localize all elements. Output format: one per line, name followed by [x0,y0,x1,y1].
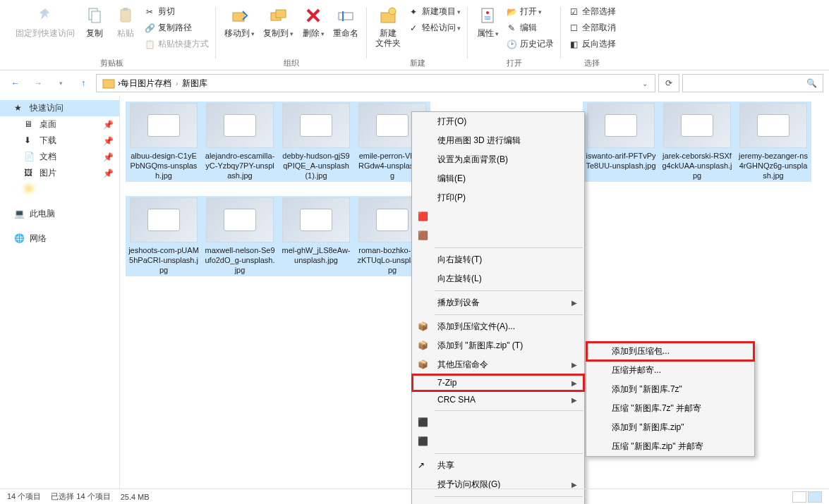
sidebar-item-pictures[interactable]: 🖼图片📌 [0,165,119,181]
sidebar-item-quick-access[interactable]: ★快速访问 [0,100,119,116]
ctx-7zip-compress-email[interactable]: 压缩并邮寄... [586,361,754,380]
select-none-button[interactable]: ☐全部取消 [565,20,619,35]
ctx-set-wallpaper[interactable]: 设置为桌面背景(B) [412,150,584,169]
history-label: 历史记录 [520,38,554,50]
file-name-label: jeremy-bezanger-ns4rGHNQz6g-unsplash.jpg [737,151,810,180]
open-button[interactable]: 📂打开▾ [503,4,557,19]
delete-icon [302,4,325,27]
copy-button[interactable]: 复制 [79,3,110,39]
ctx-blurred-1[interactable]: 🟥 [412,207,584,226]
sidebar-item-downloads[interactable]: ⬇下载📌 [0,133,119,149]
ctx-rotate-right[interactable]: 向右旋转(T) [412,250,584,269]
sidebar-item-blurred[interactable]: 📁 [0,181,119,197]
select-none-label: 全部取消 [582,22,616,34]
ctx-cast[interactable]: 播放到设备▶ [412,293,584,312]
ctx-crc-sha[interactable]: CRC SHA▶ [412,391,584,408]
rename-button[interactable]: 重命名 [329,3,363,39]
breadcrumb-seg1[interactable]: 每日图片存档 [121,78,171,90]
sidebar-item-this-pc[interactable]: 💻此电脑 [0,206,119,222]
delete-button[interactable]: 删除▾ [298,3,329,40]
svg-rect-4 [233,13,244,21]
move-to-button[interactable]: 移动到▾ [220,3,259,40]
ctx-share[interactable]: ↗共享 [412,456,584,475]
scissors-icon: ✂ [144,6,155,18]
view-details-button[interactable] [792,491,806,503]
nav-recent-dropdown[interactable]: ▾ [51,73,71,93]
context-menu: 打开(O) 使用画图 3D 进行编辑 设置为桌面背景(B) 编辑(E) 打印(P… [411,111,585,504]
ribbon: 固定到快速访问 复制 粘贴 ✂剪切 🔗复制路径 📋粘贴快捷方式 剪贴板 移动到▾ [0,0,829,70]
ctx-rotate-left[interactable]: 向左旋转(L) [412,269,584,288]
ctx-7zip-add-archive[interactable]: 添加到压缩包... [586,342,754,361]
ctx-blurred-4[interactable]: ⬛ [412,432,584,451]
ctx-blurred-2[interactable]: 🟫 [412,226,584,245]
file-item[interactable]: maxwell-nelson-Se9ufo2dO_g-unsplash.jpg [202,196,278,276]
sidebar-item-desktop[interactable]: 🖥桌面📌 [0,116,119,133]
file-item[interactable]: alejandro-escamilla-yC-Yzbqy7PY-unsplash… [202,102,278,182]
ctx-open[interactable]: 打开(O) [412,112,584,131]
easy-access-button[interactable]: ✓轻松访问▾ [405,20,464,35]
ctx-7zip-add-zip[interactable]: 添加到 "新图库.zip" [586,418,754,437]
file-item[interactable]: mel-ghW_jLS8eAw-unsplash.jpg [278,196,354,276]
history-button[interactable]: 🕑历史记录 [503,37,557,51]
open-label: 打开 [520,6,537,18]
sidebar-item-network[interactable]: 🌐网络 [0,231,119,247]
ctx-other-compress[interactable]: 📦其他压缩命令▶ [412,355,584,374]
sidebar-documents-label: 文档 [40,152,56,161]
svg-point-12 [486,11,489,14]
file-item[interactable]: debby-hudson-gjS9qPIQE_A-unsplash(1).jpg [278,102,354,182]
copy-to-label: 复制到 [263,28,289,38]
ctx-edit[interactable]: 编辑(E) [412,169,584,188]
move-to-label: 移动到 [224,28,250,38]
navbar: ← → ▾ ↑ › 每日图片存档 › 新图库 ⌄ ⟳ 🔍 [0,70,829,96]
address-bar[interactable]: › 每日图片存档 › 新图库 ⌄ [96,74,655,92]
nav-back-button[interactable]: ← [6,73,25,93]
paste-label: 粘贴 [117,28,134,38]
ctx-7zip-compress-zip-email[interactable]: 压缩 "新图库.zip" 并邮寄 [586,437,754,456]
chevron-right-icon[interactable]: › [176,80,178,87]
pin-quick-access-button[interactable]: 固定到快速访问 [11,3,79,39]
file-thumbnail [282,197,350,242]
document-icon: 📄 [24,152,35,163]
file-item[interactable]: iswanto-arif-PFTvPyTe8UU-unsplash.jpg [583,102,659,182]
ctx-print[interactable]: 打印(P) [412,188,584,207]
svg-rect-1 [92,11,100,23]
statusbar: 14 个项目 已选择 14 个项目 25.4 MB [0,488,829,504]
file-item[interactable]: jarek-ceborski-RSXfg4ckUAA-unsplash.jpg [659,102,735,182]
folder-icon: 📁 [24,184,35,195]
new-item-button[interactable]: ✦新建项目▾ [405,4,464,19]
nav-forward-button[interactable]: → [28,73,48,93]
edit-button[interactable]: ✎编辑 [503,20,557,35]
file-name-label: iswanto-arif-PFTvPyTe8UU-unsplash.jpg [584,151,658,171]
properties-button[interactable]: 属性▾ [472,3,503,40]
refresh-button[interactable]: ⟳ [658,74,679,92]
sidebar-item-documents[interactable]: 📄文档📌 [0,149,119,165]
copy-to-button[interactable]: 复制到▾ [259,3,298,40]
breadcrumb-seg2[interactable]: 新图库 [182,78,207,90]
ctx-7zip-add-7z[interactable]: 添加到 "新图库.7z" [586,380,754,399]
file-thumbnail [206,103,274,148]
search-input[interactable]: 🔍 [682,74,823,92]
file-item[interactable]: jeremy-bezanger-ns4rGHNQz6g-unsplash.jpg [735,102,811,182]
ctx-edit-paint3d[interactable]: 使用画图 3D 进行编辑 [412,131,584,150]
cut-button[interactable]: ✂剪切 [141,4,212,19]
new-folder-button[interactable]: 新建 文件夹 [371,3,405,49]
pin-icon [34,4,56,27]
invert-selection-button[interactable]: ◧反向选择 [565,37,619,51]
ctx-7zip-compress-7z-email[interactable]: 压缩 "新图库.7z" 并邮寄 [586,399,754,418]
file-item[interactable]: jeshoots-com-pUAM5hPaCRI-unsplash.jpg [126,196,202,276]
file-name-label: debby-hudson-gjS9qPIQE_A-unsplash(1).jpg [279,151,353,180]
ctx-add-archive[interactable]: 📦添加到压缩文件(A)... [412,317,584,336]
copy-path-button[interactable]: 🔗复制路径 [141,20,212,35]
paste-icon [114,4,137,27]
file-item[interactable]: albuu-design-C1yEPbNGQms-unsplash.jpg [126,102,202,182]
select-all-button[interactable]: ☑全部选择 [565,4,619,19]
nav-up-button[interactable]: ↑ [73,73,93,93]
status-selection-size: 25.4 MB [121,493,150,501]
view-thumbnails-button[interactable] [808,491,822,503]
paste-shortcut-button[interactable]: 📋粘贴快捷方式 [141,37,212,51]
paste-button[interactable]: 粘贴 [110,3,141,39]
ctx-7zip[interactable]: 7-Zip▶ [412,374,584,391]
ctx-blurred-3[interactable]: ⬛ [412,413,584,432]
chevron-down-icon[interactable]: ⌄ [642,80,648,87]
ctx-add-zip[interactable]: 📦添加到 "新图库.zip" (T) [412,336,584,355]
